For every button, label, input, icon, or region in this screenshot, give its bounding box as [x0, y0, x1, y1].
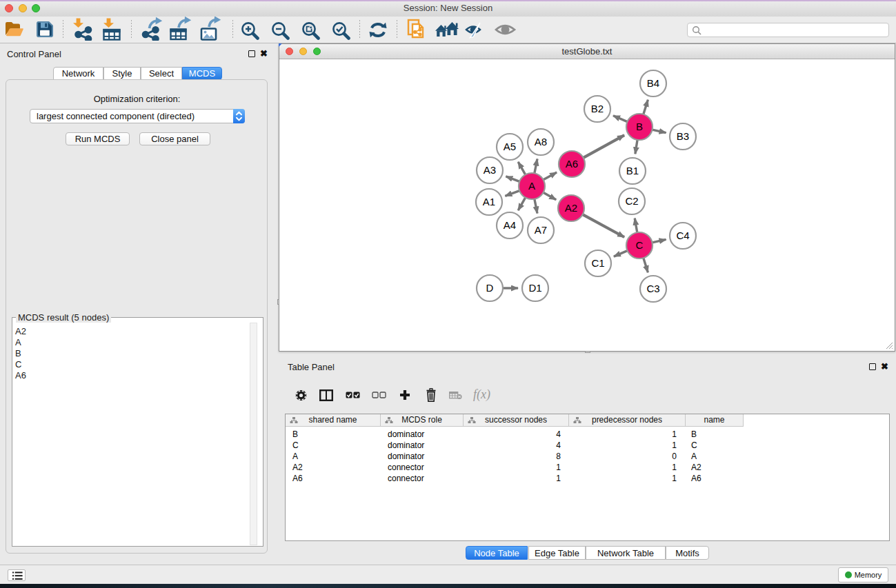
svg-text:A3: A3: [484, 164, 496, 176]
svg-text:A1: A1: [483, 196, 495, 207]
svg-text:C3: C3: [646, 283, 659, 294]
svg-text:B3: B3: [677, 130, 689, 142]
svg-text:C2: C2: [625, 195, 638, 207]
svg-text:A6: A6: [566, 158, 578, 170]
svg-text:A7: A7: [535, 224, 547, 236]
svg-text:D: D: [486, 282, 494, 294]
svg-text:B1: B1: [626, 165, 639, 176]
svg-text:D1: D1: [528, 282, 541, 294]
svg-text:C1: C1: [591, 257, 604, 269]
svg-text:A: A: [528, 180, 535, 192]
svg-text:A2: A2: [565, 202, 577, 214]
svg-text:C4: C4: [676, 230, 689, 241]
svg-text:B: B: [636, 121, 643, 132]
svg-text:A8: A8: [535, 136, 547, 148]
svg-text:B2: B2: [591, 103, 604, 114]
svg-text:A4: A4: [504, 219, 516, 231]
svg-text:A5: A5: [504, 141, 516, 152]
svg-text:C: C: [636, 239, 644, 251]
svg-text:B4: B4: [647, 77, 659, 89]
